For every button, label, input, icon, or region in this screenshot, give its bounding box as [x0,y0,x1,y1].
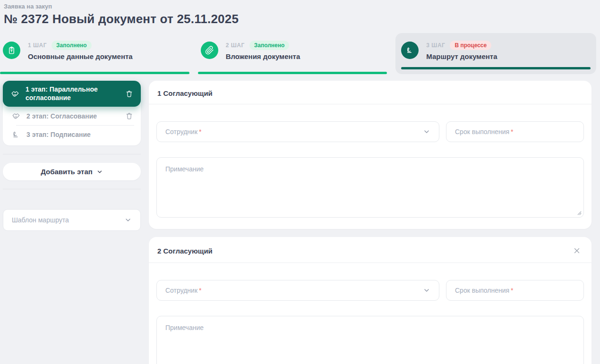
step-2-attachments[interactable]: 2 ШАГ Заполнено Вложения документа [198,33,387,74]
sidebar-item-label: 1 этап: Параллельное согласование [26,85,119,102]
step-3-route[interactable]: 3 ШАГ В процессе Маршрут документа [395,33,596,74]
due-date-placeholder: Срок выполнения [455,128,509,135]
status-badge: Заполнено [249,41,290,50]
paperclip-icon [201,42,218,59]
route-template-select[interactable]: Шаблон маршрута [3,209,141,231]
clipboard-icon [3,42,20,59]
note-textarea[interactable] [156,316,584,364]
approver-card-2: 2 Согласующий Сотрудник* [149,237,591,364]
step-1-main-data[interactable]: 1 ШАГ Заполнено Основные данные документ… [0,33,189,74]
chevron-down-icon [124,216,132,224]
divider [3,154,141,154]
steps-bar: 1 ШАГ Заполнено Основные данные документ… [0,33,600,74]
page-title: № 2372 Новый документ от 25.11.2025 [4,12,595,26]
handshake-icon [11,111,21,121]
employee-placeholder: Сотрудник [165,128,197,135]
breadcrumb: Заявка на закуп [4,3,595,10]
employee-placeholder: Сотрудник [165,287,197,294]
stages-list: 1 этап: Параллельное согласование [3,81,141,145]
sidebar-item-stage-3[interactable]: 3 этап: Подписание [3,126,141,144]
sidebar-item-stage-1[interactable]: 1 этап: Параллельное согласование [3,81,141,107]
handshake-icon [10,89,20,99]
due-date-field[interactable]: Срок выполнения* [446,121,584,142]
required-mark: * [511,128,513,135]
step-number: 3 ШАГ [426,42,445,49]
step-label: Основные данные документа [28,52,133,60]
sidebar-item-stage-2[interactable]: 2 этап: Согласование [3,107,141,125]
trash-icon[interactable] [124,89,134,99]
employee-select[interactable]: Сотрудник* [156,121,439,142]
step-label: Вложения документа [226,52,300,60]
close-icon[interactable] [572,245,582,256]
step-progress-bar [198,72,387,74]
trash-icon[interactable] [124,111,134,121]
sidebar-item-label: 2 этап: Согласование [26,112,119,120]
divider [3,189,141,189]
required-mark: * [199,128,201,135]
due-date-placeholder: Срок выполнения [455,287,509,294]
approver-card-1: 1 Согласующий Сотрудник* Срок выполн [149,81,591,229]
card-title: 1 Согласующий [157,89,213,97]
signature-icon [11,130,21,139]
signature-icon [401,42,419,59]
required-mark: * [511,287,513,294]
add-stage-button[interactable]: Добавить этап [3,163,141,180]
status-badge: Заполнено [51,41,92,50]
due-date-field[interactable]: Срок выполнения* [446,280,584,301]
status-badge: В процессе [450,41,491,50]
required-mark: * [199,287,201,294]
page-header: Заявка на закуп № 2372 Новый документ от… [0,0,600,26]
note-textarea[interactable] [156,157,584,218]
step-number: 1 ШАГ [28,42,47,49]
route-main: 1 Согласующий Сотрудник* Срок выполн [149,81,591,364]
step-label: Маршрут документа [426,52,497,60]
step-progress-bar [401,67,591,69]
employee-select[interactable]: Сотрудник* [156,280,439,301]
step-number: 2 ШАГ [226,42,245,49]
route-sidebar: 1 этап: Параллельное согласование [3,81,141,231]
sidebar-item-label: 3 этап: Подписание [26,131,134,138]
chevron-down-icon [423,128,430,135]
resize-handle-icon[interactable] [577,211,582,215]
chevron-down-icon [423,287,430,294]
card-title: 2 Согласующий [157,247,213,255]
route-template-placeholder: Шаблон маршрута [12,216,69,224]
chevron-down-icon [96,169,103,175]
step-progress-bar [0,72,189,74]
add-stage-label: Добавить этап [41,168,93,176]
